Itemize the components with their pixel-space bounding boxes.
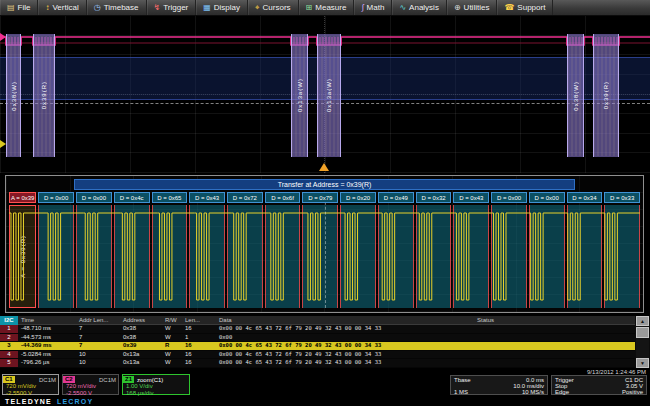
decode-table: I2C TimeAddr Len...AddressR/WLen...DataS… — [0, 316, 650, 368]
cell-len: 16 — [182, 342, 216, 350]
table-row-3[interactable]: 3-44.369 ms70x39R160x00 00 4c 65 43 72 6… — [0, 342, 635, 351]
c2-tab[interactable]: C2 — [63, 376, 75, 383]
scrollbar-track[interactable] — [636, 326, 649, 358]
menu-item-display[interactable]: ▦Display — [196, 0, 248, 15]
brand-teledyne: TELEDYNE — [5, 398, 52, 405]
decode-data-box[interactable]: D = 0x33 — [604, 192, 640, 203]
menu-item-timebase[interactable]: ◷Timebase — [87, 0, 147, 15]
bus-label[interactable]: I2C — [0, 316, 18, 325]
menu-item-measure[interactable]: ⊞Measure — [299, 0, 355, 15]
decode-data-box[interactable]: D = 0x4c — [114, 192, 150, 203]
cell-len: 16 — [182, 359, 216, 367]
column-header[interactable]: Addr Len... — [76, 317, 120, 323]
menu-item-label: Timebase — [104, 3, 139, 12]
status-bar: 9/13/2012 1:24:46 PM C1 DC1M 720 mV/div … — [0, 368, 650, 396]
cell-data: 0x00 — [216, 334, 474, 342]
decode-table-header: I2C TimeAddr Len...AddressR/WLen...DataS… — [0, 316, 635, 325]
menu-item-trigger[interactable]: ↯Trigger — [147, 0, 197, 15]
menu-item-utilities[interactable]: ⊕Utilities — [447, 0, 497, 15]
c1-coupling: DC1M — [39, 377, 58, 383]
table-row-5[interactable]: 5-796.26 µs100x13aW160x00 00 4c 65 43 72… — [0, 359, 635, 368]
z1-descriptor-header: Z1 zoom(C1) — [123, 376, 189, 383]
decode-data-box[interactable]: D = 0x00 — [76, 192, 112, 203]
cell-address: 0x39 — [120, 342, 162, 350]
decode-data-box[interactable]: D = 0x00 — [38, 192, 74, 203]
c1-descriptor[interactable]: C1 DC1M 720 mV/div -2.5500 V — [2, 374, 59, 395]
column-header[interactable]: Len... — [182, 317, 216, 323]
c1-tab[interactable]: C1 — [3, 376, 15, 383]
menu-item-label: File — [18, 3, 31, 12]
decode-data-box[interactable]: D = 0x00 — [529, 192, 565, 203]
cell-data: 0x00 00 4c 65 43 72 6f 79 20 49 32 43 00… — [216, 359, 474, 367]
oscilloscope-screen: ▤File↕Vertical◷Timebase↯Trigger▦Display⌖… — [0, 0, 650, 406]
cell-address: 0x13a — [120, 359, 162, 367]
menu-item-vertical[interactable]: ↕Vertical — [38, 0, 86, 15]
cell-status — [474, 351, 635, 359]
decode-data-box[interactable]: D = 0x49 — [378, 192, 414, 203]
data-field-band — [604, 205, 640, 308]
bus-activity-band: 0x38(W) — [567, 34, 584, 157]
analysis-icon: ∿ — [399, 4, 406, 12]
menu-item-support[interactable]: ☎Support — [497, 0, 553, 15]
data-field-band — [340, 205, 376, 308]
cell-len: 16 — [182, 351, 216, 359]
timebase-descriptor[interactable]: Tbase 0.0 ms 10.0 ms/div 1 MS 10 MS/s — [450, 375, 548, 395]
utilities-icon: ⊕ — [454, 4, 461, 12]
cell-time: -5.0284 ms — [18, 351, 76, 359]
data-field-band — [189, 205, 225, 308]
column-header[interactable]: Time — [18, 317, 76, 323]
decode-data-box[interactable]: D = 0x72 — [227, 192, 263, 203]
data-field-band — [152, 205, 188, 308]
table-row-2[interactable]: 2-44.573 ms70x38W10x00 — [0, 334, 635, 343]
menu-item-analysis[interactable]: ∿Analysis — [392, 0, 447, 15]
z1-descriptor[interactable]: Z1 zoom(C1) 1.00 V/div 168 µs/div — [122, 374, 190, 395]
cell-time: -44.369 ms — [18, 342, 76, 350]
decode-data-box[interactable]: D = 0x32 — [416, 192, 452, 203]
decode-data-box[interactable]: D = 0x43 — [189, 192, 225, 203]
c2-coupling: DC1M — [99, 377, 118, 383]
decode-data-box[interactable]: D = 0x43 — [453, 192, 489, 203]
bus-band-label: 0x38(W) — [573, 81, 579, 111]
cell-rw: W — [162, 334, 182, 342]
display-icon: ▦ — [203, 4, 211, 12]
column-header[interactable]: Address — [120, 317, 162, 323]
decode-data-box[interactable]: D = 0x34 — [567, 192, 603, 203]
menu-item-label: Utilities — [464, 3, 490, 12]
table-scrollbar[interactable]: ▲ ▼ — [636, 316, 649, 368]
column-header[interactable]: Data — [216, 317, 474, 323]
data-field-band — [76, 205, 112, 308]
menu-item-file[interactable]: ▤File — [0, 0, 38, 15]
scrollbar-thumb[interactable] — [636, 327, 649, 338]
decode-address-box[interactable]: A = 0x39 — [9, 192, 36, 203]
trigger-position-marker[interactable] — [319, 163, 329, 171]
row-index: 4 — [0, 351, 18, 359]
column-header[interactable]: R/W — [162, 317, 182, 323]
measure-icon: ⊞ — [306, 4, 313, 12]
c2-descriptor[interactable]: C2 DC1M 720 mV/div -2.5500 V — [62, 374, 119, 395]
bus-activity-band: 0x13a(W) — [317, 34, 341, 157]
data-field-band — [227, 205, 263, 308]
data-field-band — [38, 205, 74, 308]
table-row-1[interactable]: 1-48.710 ms70x38W160x00 00 4c 65 43 72 6… — [0, 325, 635, 334]
decode-table-body: 1-48.710 ms70x38W160x00 00 4c 65 43 72 6… — [0, 325, 635, 368]
menu-item-math[interactable]: ∫Math — [354, 0, 392, 15]
scroll-down-button[interactable]: ▼ — [636, 358, 649, 368]
scroll-up-button[interactable]: ▲ — [636, 316, 649, 326]
decode-data-box[interactable]: D = 0x20 — [340, 192, 376, 203]
trigger-descriptor[interactable]: Trigger C1 DC Stop 3.05 V Edge Positive — [551, 375, 647, 395]
column-header[interactable]: Status — [474, 317, 635, 323]
decode-data-box[interactable]: D = 0x6f — [265, 192, 301, 203]
support-icon: ☎ — [504, 4, 514, 12]
decode-data-box[interactable]: D = 0x00 — [491, 192, 527, 203]
cell-rw: W — [162, 359, 182, 367]
cell-status — [474, 325, 635, 333]
table-row-4[interactable]: 4-5.0284 ms100x13aW160x00 00 4c 65 43 72… — [0, 351, 635, 360]
decode-data-box[interactable]: D = 0x79 — [302, 192, 338, 203]
decode-data-box[interactable]: D = 0x65 — [152, 192, 188, 203]
data-field-band — [567, 205, 603, 308]
menu-item-cursors[interactable]: ⌖Cursors — [248, 0, 299, 15]
bus-band-label: 0x38(W) — [11, 81, 17, 111]
cursors-icon: ⌖ — [255, 4, 260, 12]
cell-status — [474, 359, 635, 367]
z1-tab[interactable]: Z1 — [123, 376, 134, 383]
